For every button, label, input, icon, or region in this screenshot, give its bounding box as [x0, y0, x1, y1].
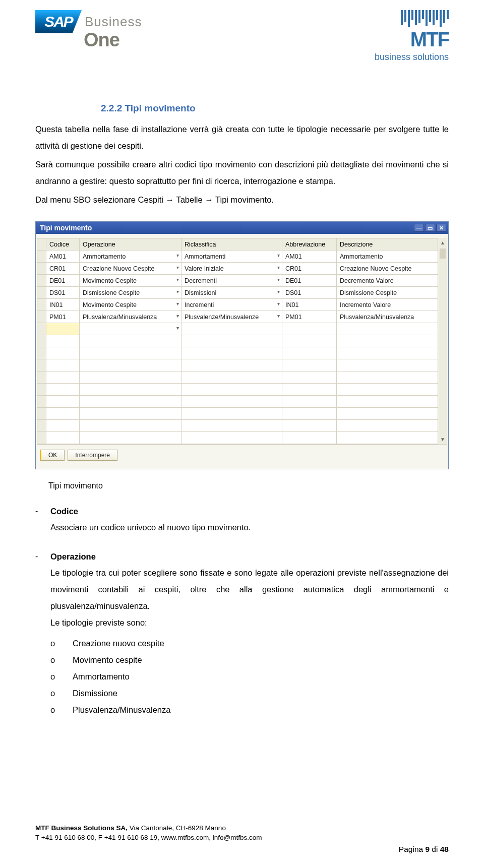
cell-operazione[interactable]: Creazione Nuovo Cespite — [80, 263, 182, 275]
window-footer-toolbar: OK Interrompere — [37, 445, 447, 463]
minimize-icon[interactable]: — — [414, 224, 424, 232]
mtf-logo: MTF business solutions — [375, 10, 449, 63]
grid-header-row: Codice Operazione Riclassifica Abbreviaz… — [37, 238, 438, 251]
list-item: oDismissione — [50, 685, 449, 702]
paragraph-1: Questa tabella nella fase di installazio… — [35, 121, 449, 154]
cell-riclassifica[interactable]: Plusvalenze/Minusvalenze — [182, 311, 282, 323]
list-item: oAmmortamento — [50, 668, 449, 685]
row-gutter — [37, 311, 46, 323]
bullet-operazione: - Operazione Le tipologie tra cui poter … — [35, 552, 449, 718]
table-row-empty — [37, 396, 438, 408]
cell-descrizione[interactable]: Creazione Nuovo Cespite — [337, 263, 438, 275]
cell-riclassifica[interactable]: Dismissioni — [182, 287, 282, 299]
mtf-subtitle: business solutions — [375, 52, 449, 63]
col-operazione[interactable]: Operazione — [80, 238, 182, 251]
cell-descrizione[interactable]: Ammortamento — [337, 251, 438, 263]
cell-codice[interactable]: IN01 — [46, 299, 80, 311]
table-row[interactable]: DE01Movimento CespiteDecrementiDE01Decre… — [37, 275, 438, 287]
cell-operazione[interactable]: Dismissione Cespite — [80, 287, 182, 299]
row-gutter — [37, 251, 46, 263]
sap-business-word: Business — [85, 14, 142, 30]
scroll-down-icon[interactable]: ▼ — [440, 435, 445, 444]
ok-button[interactable]: OK — [40, 450, 65, 461]
cell-descrizione[interactable]: Decremento Valore — [337, 275, 438, 287]
cell-codice[interactable]: AM01 — [46, 251, 80, 263]
cell-codice[interactable]: DS01 — [46, 287, 80, 299]
table-row[interactable]: CR01Creazione Nuovo CespiteValore Inizia… — [37, 263, 438, 275]
window-titlebar[interactable]: Tipi movimento — ▭ ✕ — [36, 222, 448, 234]
sap-one-word: One — [84, 29, 176, 51]
tipi-movimento-grid[interactable]: Codice Operazione Riclassifica Abbreviaz… — [37, 238, 438, 445]
cell-codice[interactable]: PM01 — [46, 311, 80, 323]
page-header: SAP Business One MTF business solutions — [35, 10, 449, 63]
table-row[interactable]: AM01AmmortamentoAmmortamentiAM01Ammortam… — [37, 251, 438, 263]
cell-abbrev[interactable]: DS01 — [282, 287, 337, 299]
interrompere-button[interactable]: Interrompere — [68, 450, 117, 461]
cell-operazione[interactable]: Ammortamento — [80, 251, 182, 263]
sap-badge: SAP — [35, 10, 82, 33]
paragraph-3: Dal menu SBO selezionare Cespiti → Tabel… — [35, 192, 449, 208]
cell-codice[interactable]: DE01 — [46, 275, 80, 287]
cell-abbrev[interactable] — [282, 323, 337, 335]
scroll-thumb[interactable] — [440, 249, 446, 259]
table-row-empty — [37, 420, 438, 432]
row-gutter — [37, 263, 46, 275]
col-riclassifica[interactable]: Riclassifica — [182, 238, 282, 251]
vertical-scrollbar[interactable]: ▲ ▼ — [438, 238, 447, 445]
bullet-codice: - Codice Associare un codice univoco al … — [35, 507, 449, 536]
cell-descrizione[interactable]: Dismissione Cespite — [337, 287, 438, 299]
cell-riclassifica[interactable]: Incrementi — [182, 299, 282, 311]
cell-abbrev[interactable]: IN01 — [282, 299, 337, 311]
row-gutter — [37, 299, 46, 311]
cell-codice[interactable]: CR01 — [46, 263, 80, 275]
section-heading: 2.2.2 Tipi movimento — [101, 103, 449, 114]
row-gutter — [37, 287, 46, 299]
bullet-operazione-text: Le tipologie tra cui poter scegliere son… — [50, 565, 449, 614]
col-codice[interactable]: Codice — [46, 238, 80, 251]
cell-operazione[interactable]: Plusvalenza/Minusvalenza — [80, 311, 182, 323]
table-row-empty — [37, 347, 438, 359]
figure-caption: Tipi movimento — [48, 481, 449, 490]
cell-riclassifica[interactable]: Decrementi — [182, 275, 282, 287]
table-row-empty — [37, 432, 438, 444]
mtf-bars-icon — [375, 10, 449, 27]
cell-descrizione[interactable] — [337, 323, 438, 335]
cell-riclassifica[interactable] — [182, 323, 282, 335]
mtf-name: MTF — [375, 28, 449, 51]
page-number: Pagina 9 di 48 — [35, 845, 449, 854]
table-row[interactable]: DS01Dismissione CespiteDismissioniDS01Di… — [37, 287, 438, 299]
table-row[interactable]: IN01Movimento CespiteIncrementiIN01Incre… — [37, 299, 438, 311]
col-descrizione[interactable]: Descrizione — [337, 238, 438, 251]
cell-operazione[interactable]: Movimento Cespite — [80, 275, 182, 287]
page-footer: MTF Business Solutions SA, Via Cantonale… — [35, 824, 449, 854]
cell-riclassifica[interactable]: Valore Iniziale — [182, 263, 282, 275]
table-row[interactable]: PM01Plusvalenza/MinusvalenzaPlusvalenze/… — [37, 311, 438, 323]
cell-codice-input[interactable] — [46, 323, 80, 335]
list-item: oMovimento cespite — [50, 652, 449, 668]
cell-abbrev[interactable]: CR01 — [282, 263, 337, 275]
table-row-empty — [37, 371, 438, 384]
grid-gutter — [37, 238, 46, 251]
bullet-codice-title: Codice — [50, 507, 449, 516]
footer-contacts: T +41 91 610 68 00, F +41 91 610 68 19, … — [35, 833, 449, 843]
cell-abbrev[interactable]: AM01 — [282, 251, 337, 263]
maximize-icon[interactable]: ▭ — [425, 224, 435, 232]
table-row-empty — [37, 359, 438, 371]
cell-descrizione[interactable]: Plusvalenza/Minusvalenza — [337, 311, 438, 323]
cell-operazione[interactable]: Movimento Cespite — [80, 299, 182, 311]
cell-abbrev[interactable]: PM01 — [282, 311, 337, 323]
bullet-operazione-intro: Le tipologie previste sono: — [50, 614, 449, 631]
table-row-new[interactable] — [37, 323, 438, 335]
list-item: oPlusvalenza/Minusvalenza — [50, 702, 449, 718]
cell-operazione[interactable] — [80, 323, 182, 335]
col-abbreviazione[interactable]: Abbreviazione — [282, 238, 337, 251]
cell-abbrev[interactable]: DE01 — [282, 275, 337, 287]
table-row-empty — [37, 384, 438, 396]
bullet-codice-text: Associare un codice univoco al nuovo tip… — [50, 519, 449, 536]
close-icon[interactable]: ✕ — [436, 224, 446, 232]
footer-address: Via Cantonale, CH-6928 Manno — [128, 824, 226, 832]
list-item: oCreazione nuovo cespite — [50, 635, 449, 652]
scroll-up-icon[interactable]: ▲ — [440, 238, 445, 247]
cell-descrizione[interactable]: Incremento Valore — [337, 299, 438, 311]
cell-riclassifica[interactable]: Ammortamenti — [182, 251, 282, 263]
